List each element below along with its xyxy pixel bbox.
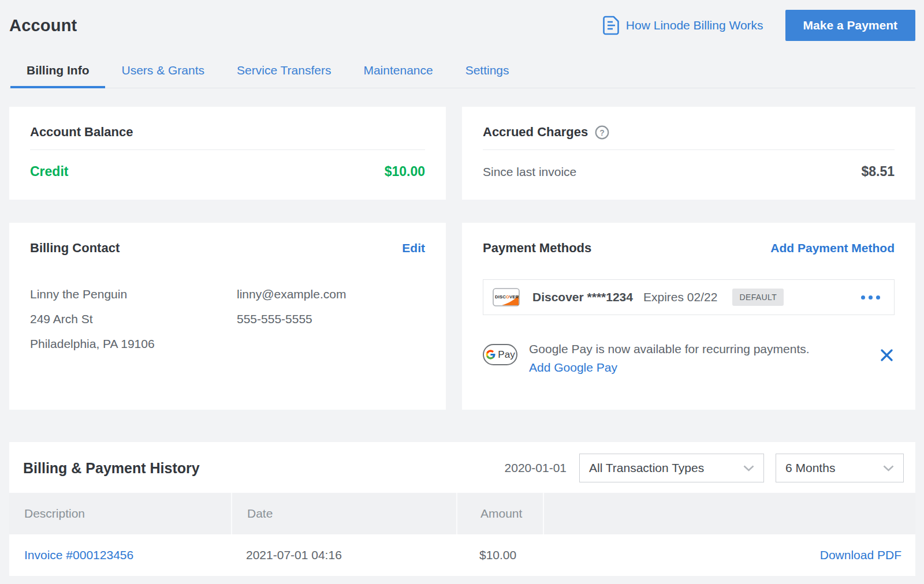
table-header-row: Description Date Amount bbox=[9, 493, 915, 534]
detail-cards-row: Billing Contact Edit Linny the Penguin 2… bbox=[9, 223, 915, 410]
table-row: Invoice #000123456 2021-07-01 04:16 $10.… bbox=[9, 534, 915, 576]
page-header: Account How Linode Billing Works Make a … bbox=[9, 0, 915, 43]
discover-card-icon: DISCOVER bbox=[493, 288, 520, 306]
payment-method-row: DISCOVER Discover ****1234 Expires 02/22… bbox=[483, 279, 895, 315]
contact-name: Linny the Penguin bbox=[30, 282, 236, 306]
tab-service-transfers[interactable]: Service Transfers bbox=[221, 55, 347, 88]
contact-address-line2: Philadelphia, PA 19106 bbox=[30, 331, 236, 356]
contact-email: linny@example.com bbox=[237, 282, 425, 306]
close-banner-icon[interactable] bbox=[879, 347, 895, 363]
google-pay-icon-text: Pay bbox=[498, 349, 515, 361]
google-pay-banner: Pay Google Pay is now available for recu… bbox=[483, 342, 895, 375]
tab-billing-info[interactable]: Billing Info bbox=[10, 55, 105, 88]
download-pdf-link[interactable]: Download PDF bbox=[820, 548, 901, 561]
svg-text:?: ? bbox=[599, 128, 605, 137]
payment-methods-title: Payment Methods bbox=[483, 240, 591, 256]
billing-history-section: Billing & Payment History 2020-01-01 All… bbox=[9, 442, 915, 576]
divider bbox=[30, 149, 425, 150]
google-pay-icon: Pay bbox=[483, 344, 517, 365]
add-google-pay-link[interactable]: Add Google Pay bbox=[529, 361, 617, 375]
transaction-type-value: All Transaction Types bbox=[589, 461, 704, 475]
document-icon bbox=[603, 16, 620, 35]
default-badge: DEFAULT bbox=[732, 289, 784, 306]
invoice-link[interactable]: Invoice #000123456 bbox=[24, 548, 133, 561]
billing-contact-title: Billing Contact bbox=[30, 240, 120, 256]
column-description: Description bbox=[9, 493, 231, 534]
card-label: Discover ****1234 bbox=[532, 290, 633, 304]
tab-users-grants[interactable]: Users & Grants bbox=[105, 55, 221, 88]
account-balance-card: Account Balance Credit $10.00 bbox=[9, 107, 446, 200]
history-filters: 2020-01-01 All Transaction Types 6 Month… bbox=[505, 454, 904, 482]
invoice-date: 2021-07-01 04:16 bbox=[231, 534, 456, 576]
header-actions: How Linode Billing Works Make a Payment bbox=[603, 10, 915, 41]
summary-cards-row: Account Balance Credit $10.00 Accrued Ch… bbox=[9, 107, 915, 200]
billing-history-title: Billing & Payment History bbox=[23, 460, 200, 477]
add-payment-method-link[interactable]: Add Payment Method bbox=[770, 241, 895, 255]
help-icon[interactable]: ? bbox=[595, 125, 609, 140]
make-payment-button[interactable]: Make a Payment bbox=[785, 10, 915, 41]
chevron-down-icon bbox=[883, 465, 894, 471]
edit-contact-link[interactable]: Edit bbox=[402, 241, 425, 255]
chevron-down-icon bbox=[743, 465, 754, 471]
period-select[interactable]: 6 Months bbox=[776, 454, 904, 482]
tab-settings[interactable]: Settings bbox=[449, 55, 526, 88]
contact-reach-column: linny@example.com 555-555-5555 bbox=[237, 282, 425, 356]
accrued-amount: $8.51 bbox=[861, 164, 895, 179]
column-amount: Amount bbox=[456, 493, 543, 534]
credit-amount: $10.00 bbox=[385, 164, 425, 179]
contact-details: Linny the Penguin 249 Arch St Philadelph… bbox=[30, 282, 425, 356]
account-balance-title: Account Balance bbox=[30, 124, 133, 140]
credit-label: Credit bbox=[30, 164, 68, 179]
column-actions bbox=[543, 493, 915, 534]
invoice-amount: $10.00 bbox=[456, 534, 543, 576]
tab-maintenance[interactable]: Maintenance bbox=[347, 55, 449, 88]
svg-text:DISCOVER: DISCOVER bbox=[495, 294, 519, 300]
since-last-invoice-label: Since last invoice bbox=[483, 165, 576, 179]
contact-address-column: Linny the Penguin 249 Arch St Philadelph… bbox=[30, 282, 236, 356]
divider bbox=[483, 149, 895, 150]
card-expiry: Expires 02/22 bbox=[643, 290, 717, 304]
payment-methods-card: Payment Methods Add Payment Method DISCO… bbox=[462, 223, 915, 410]
account-page: Account How Linode Billing Works Make a … bbox=[0, 0, 924, 584]
how-billing-works-label: How Linode Billing Works bbox=[626, 18, 763, 32]
period-value: 6 Months bbox=[785, 461, 835, 475]
account-tabs: Billing Info Users & Grants Service Tran… bbox=[9, 55, 915, 88]
billing-history-table: Description Date Amount Invoice #0001234… bbox=[9, 493, 915, 576]
google-pay-message: Google Pay is now available for recurrin… bbox=[529, 342, 810, 356]
transaction-type-select[interactable]: All Transaction Types bbox=[579, 454, 764, 482]
billing-contact-card: Billing Contact Edit Linny the Penguin 2… bbox=[9, 223, 446, 410]
accrued-charges-title: Accrued Charges bbox=[483, 124, 588, 140]
column-date: Date bbox=[231, 493, 456, 534]
how-billing-works-link[interactable]: How Linode Billing Works bbox=[603, 16, 763, 35]
history-start-date: 2020-01-01 bbox=[505, 461, 567, 475]
card-actions-menu-icon[interactable] bbox=[859, 293, 882, 302]
google-g-icon bbox=[485, 349, 496, 360]
page-title: Account bbox=[9, 16, 77, 35]
contact-address-line1: 249 Arch St bbox=[30, 306, 236, 331]
contact-phone: 555-555-5555 bbox=[237, 306, 425, 331]
accrued-charges-card: Accrued Charges ? Since last invoice $8.… bbox=[462, 107, 915, 200]
